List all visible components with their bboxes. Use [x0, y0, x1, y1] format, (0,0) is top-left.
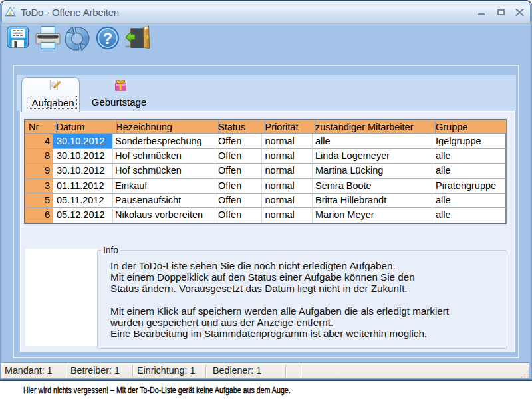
- svg-text:?: ?: [103, 30, 112, 47]
